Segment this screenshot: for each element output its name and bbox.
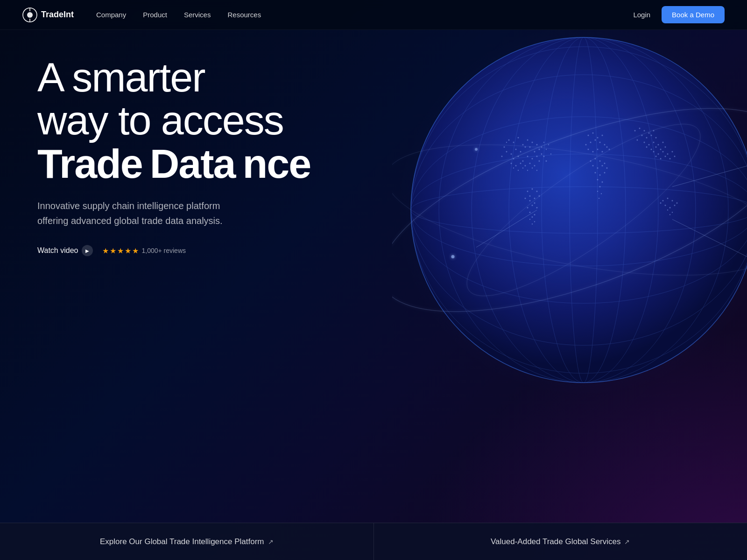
svg-point-146 [669,207,671,209]
svg-point-136 [672,151,673,153]
svg-point-149 [677,203,678,204]
banner-services-arrow: ↗ [624,538,630,546]
svg-point-147 [674,205,676,206]
svg-point-139 [665,156,666,157]
navbar: TradeInt Company Product Services Resour… [0,0,747,30]
svg-point-158 [451,255,455,259]
globe-container [392,23,747,406]
logo-text: TradeInt [41,10,74,20]
star-2: ★ [110,246,116,255]
hero-title: A smarter way to access Trade Data nce [37,56,364,185]
hero-title-line2: way to access [37,99,364,142]
star-1: ★ [102,246,109,255]
star-4: ★ [125,246,131,255]
svg-point-1 [27,12,33,18]
watch-video-label: Watch video [37,246,78,255]
svg-point-133 [658,154,659,155]
nav-actions: Login Book a Demo [633,6,725,23]
hero-title-trade: Trade [37,142,142,185]
bottom-banner: Explore Our Global Trade Intelligence Pl… [0,523,747,560]
banner-explore-arrow: ↗ [268,538,274,546]
hero-title-data: Data [150,142,235,185]
banner-services-text: Valued-Added Trade Global Services [491,537,620,546]
banner-services[interactable]: Valued-Added Trade Global Services ↗ [374,523,747,560]
login-button[interactable]: Login [633,11,650,19]
svg-point-134 [662,151,664,153]
hero-content: A smarter way to access Trade Data nce I… [37,37,364,256]
svg-point-115 [648,133,650,134]
svg-point-126 [662,142,664,143]
nav-product[interactable]: Product [143,11,167,19]
svg-point-120 [655,137,657,139]
svg-point-119 [651,135,652,136]
svg-point-152 [669,214,670,215]
hero-subtitle: Innovative supply chain intelligence pla… [37,198,299,228]
globe-visualization [392,23,747,406]
banner-explore-text: Explore Our Global Trade Intelligence Pl… [100,537,264,546]
svg-point-113 [639,128,641,129]
star-3: ★ [117,246,124,255]
logo[interactable]: TradeInt [22,7,74,22]
nav-services[interactable]: Services [184,11,211,19]
svg-point-125 [658,144,659,146]
watch-video-row: Watch video ▶ ★ ★ ★ ★ ★ 1,000+ reviews [37,245,364,256]
hero-section: A smarter way to access Trade Data nce I… [0,0,747,560]
svg-point-124 [653,142,655,143]
nav-links: Company Product Services Resources [96,11,633,19]
svg-point-164 [476,98,663,285]
hero-title-animated: nce [243,142,311,185]
svg-point-145 [665,205,666,206]
svg-point-159 [475,148,478,151]
reviews-count: 1,000+ reviews [141,247,186,254]
svg-point-151 [672,212,673,213]
banner-explore[interactable]: Explore Our Global Trade Intelligence Pl… [0,523,374,560]
svg-point-131 [665,147,666,148]
hero-title-line1: A smarter [37,56,364,99]
stars-display: ★ ★ ★ ★ ★ [102,246,139,255]
svg-point-129 [655,147,657,148]
play-icon: ▶ [82,245,93,256]
svg-point-140 [669,158,671,160]
book-demo-button[interactable]: Book a Demo [662,6,725,23]
hero-title-line3: Trade Data nce [37,142,364,185]
svg-point-114 [644,130,645,132]
svg-point-130 [660,149,662,150]
svg-point-141 [674,156,676,157]
svg-point-150 [667,210,668,210]
nav-resources[interactable]: Resources [227,11,261,19]
svg-point-144 [672,200,673,202]
svg-point-143 [667,198,669,199]
svg-point-135 [667,154,669,155]
stars-row: ★ ★ ★ ★ ★ 1,000+ reviews [102,246,186,255]
logo-icon [22,7,37,22]
watch-video-button[interactable]: Watch video ▶ [37,245,93,256]
nav-company[interactable]: Company [96,11,126,19]
svg-point-138 [660,158,662,160]
star-5: ★ [132,246,139,255]
